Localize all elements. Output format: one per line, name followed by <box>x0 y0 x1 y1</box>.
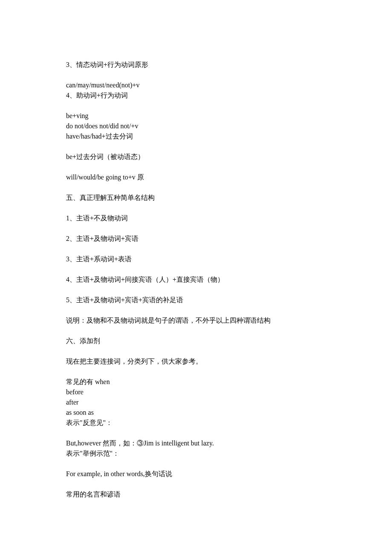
blank-line <box>66 182 326 193</box>
text-line: 表示"反意见"： <box>66 418 326 428</box>
text-line: 常见的有 when <box>66 377 326 387</box>
text-line: 五、真正理解五种简单名结构 <box>66 193 326 203</box>
text-line: 六、添加剂 <box>66 336 326 346</box>
text-line: But,however 然而，如：③Jim is intelligent but… <box>66 438 326 448</box>
text-line: 3、主语+系动词+表语 <box>66 254 326 264</box>
text-line: do not/does not/did not/+v <box>66 121 326 131</box>
blank-line <box>66 203 326 213</box>
text-line: For example, in other words,换句话说 <box>66 469 326 479</box>
blank-line <box>66 162 326 172</box>
text-line: 2、主语+及物动词+宾语 <box>66 234 326 244</box>
blank-line <box>66 223 326 234</box>
blank-line <box>66 346 326 356</box>
blank-line <box>66 264 326 275</box>
text-line: 4、助动词+行为动词 <box>66 90 326 101</box>
text-line: 说明：及物和不及物动词就是句子的谓语，不外乎以上四种谓语结构 <box>66 315 326 326</box>
text-line: 3、情态动词+行为动词原形 <box>66 60 326 70</box>
text-line: 常用的名言和谚语 <box>66 489 326 500</box>
text-line: will/would/be going to+v 原 <box>66 172 326 182</box>
blank-line <box>66 142 326 152</box>
text-line: be+ving <box>66 111 326 121</box>
blank-line <box>66 101 326 111</box>
text-line: have/has/had+过去分词 <box>66 131 326 142</box>
text-line: can/may/must/need(not)+v <box>66 80 326 90</box>
text-line: 5、主语+及物动词+宾语+宾语的补足语 <box>66 295 326 305</box>
blank-line <box>66 305 326 315</box>
blank-line <box>66 428 326 438</box>
blank-line <box>66 244 326 254</box>
blank-line <box>66 459 326 469</box>
blank-line <box>66 479 326 489</box>
document-page: 3、情态动词+行为动词原形can/may/must/need(not)+v4、助… <box>0 0 392 542</box>
text-line: 4、主语+及物动词+间接宾语（人）+直接宾语（物） <box>66 275 326 285</box>
text-line: after <box>66 397 326 408</box>
text-line: 现在把主要连接词，分类列下，供大家参考。 <box>66 356 326 367</box>
text-line: be+过去分词（被动语态） <box>66 152 326 162</box>
blank-line <box>66 367 326 377</box>
blank-line <box>66 285 326 295</box>
text-line: 1、主语+不及物动词 <box>66 213 326 223</box>
text-line: before <box>66 387 326 397</box>
blank-line <box>66 70 326 80</box>
text-line: 表示"举例示范"： <box>66 448 326 459</box>
text-line: as soon as <box>66 408 326 418</box>
blank-line <box>66 326 326 336</box>
